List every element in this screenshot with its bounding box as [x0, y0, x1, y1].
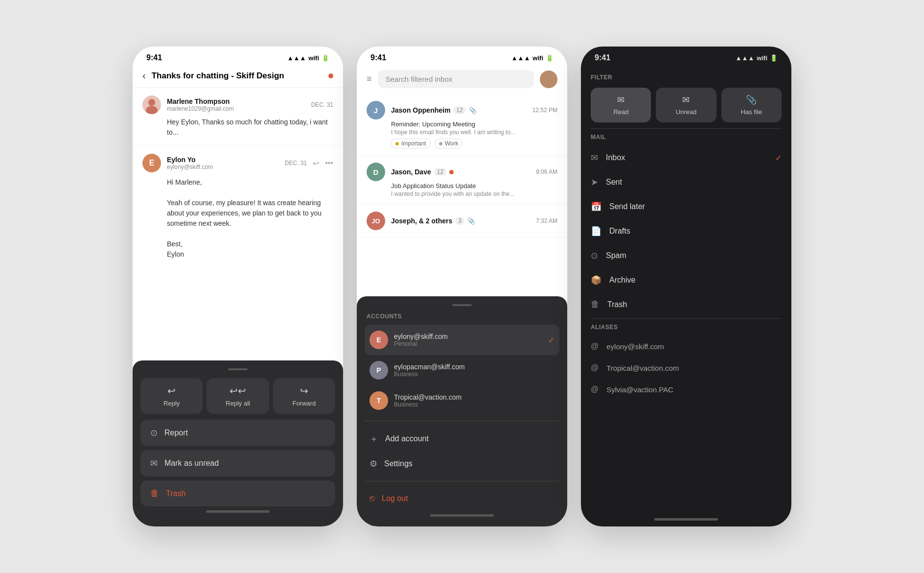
email-meta-marlene: Marlene Thompson marlene1029@gmail.com — [167, 97, 305, 112]
filter-read-button[interactable]: ✉ Read — [591, 88, 651, 122]
logout-button[interactable]: ⎋ Log out — [365, 486, 559, 510]
search-box[interactable]: Search filtered inbox — [378, 70, 534, 88]
inbox-item-joseph[interactable]: JO Joseph, & 2 others 3 📎 7:32 AM — [357, 205, 567, 238]
account-email-eylopacman: eylopacman@skiff.com — [394, 363, 554, 371]
preview-jason-dave: I wanted to provide you with an update o… — [391, 191, 557, 197]
report-button[interactable]: ⊙ Report — [140, 420, 335, 446]
reply-all-button[interactable]: ↩↩ Reply all — [207, 378, 269, 414]
time-joseph: 7:32 AM — [536, 217, 557, 224]
alias-icon-3: @ — [591, 385, 599, 394]
forward-button[interactable]: ↪ Forward — [273, 378, 335, 414]
sender-joseph: Joseph, & 2 others — [391, 217, 452, 225]
forward-icon: ↪ — [300, 385, 308, 397]
sender-email-eylon: eylony@skiff.com — [167, 164, 213, 170]
sender-jason-dave: Jason, Dave — [391, 168, 431, 176]
signal-icon-2: ▲▲▲ — [511, 54, 531, 62]
home-indicator-2 — [430, 514, 494, 517]
trash-icon-sidebar: 🗑 — [591, 299, 600, 310]
sidebar-content: FILTER ✉ Read ✉ Unread 📎 Has file MAIL — [581, 66, 791, 514]
mail-inbox[interactable]: ✉ Inbox ✓ — [591, 145, 782, 170]
reply-all-label: Reply all — [226, 400, 250, 407]
overlay-handle — [452, 304, 472, 306]
add-account-button[interactable]: ＋ Add account — [365, 426, 559, 452]
reply-all-icon: ↩↩ — [230, 385, 246, 397]
overlay-divider-2 — [365, 481, 559, 481]
sheet-handle — [228, 368, 248, 370]
sender-name-eylon: Eylon Yo — [167, 156, 213, 164]
filter-buttons: ✉ Read ✉ Unread 📎 Has file — [591, 88, 782, 122]
avatar-jason-dave: D — [367, 163, 385, 181]
info-jason-o: Jason Oppenheim 12 📎 12:52 PM — [391, 106, 557, 114]
email-date-marlene: DEC. 31 — [311, 101, 333, 108]
report-icon: ⊙ — [150, 428, 158, 438]
home-indicator-3 — [654, 518, 718, 521]
mail-drafts[interactable]: 📄 Drafts — [591, 219, 782, 243]
trash-button[interactable]: 🗑 Trash — [140, 480, 335, 506]
archive-label: Archive — [609, 276, 782, 285]
status-bar-1: 9:41 ▲▲▲ wifi 🔋 — [133, 47, 343, 66]
mark-unread-button[interactable]: ✉ Mark as unread — [140, 450, 335, 477]
reply-icon[interactable]: ↩ — [313, 159, 319, 168]
wifi-icon-3: wifi — [757, 54, 767, 62]
check-icon-eylony: ✓ — [548, 335, 554, 345]
drafts-icon: 📄 — [591, 226, 601, 237]
back-button[interactable]: ‹ — [142, 70, 146, 81]
add-account-label: Add account — [385, 434, 429, 443]
filter-unread-button[interactable]: ✉ Unread — [656, 88, 716, 122]
drafts-label: Drafts — [609, 227, 782, 236]
add-icon: ＋ — [370, 433, 378, 445]
filter-section: FILTER ✉ Read ✉ Unread 📎 Has file — [581, 66, 791, 128]
more-icon[interactable]: ••• — [325, 159, 333, 167]
status-bar-2: 9:41 ▲▲▲ wifi 🔋 — [357, 47, 567, 66]
menu-icon[interactable]: ≡ — [367, 74, 372, 84]
aliases-section: ALIASES @ eylony@skiff.com @ Tropical@va… — [581, 319, 791, 402]
alias-3[interactable]: @ Sylvia@vaction.PAC — [591, 379, 782, 400]
account-eylopacman[interactable]: P eylopacman@skiff.com Business — [365, 355, 559, 385]
mail-send-later[interactable]: 📅 Send later — [591, 194, 782, 219]
reply-icon: ↩ — [167, 385, 176, 397]
alias-2[interactable]: @ Tropical@vaction.com — [591, 357, 782, 379]
home-indicator-1 — [206, 510, 270, 513]
time-jason-o: 12:52 PM — [532, 107, 557, 114]
hasfile-icon: 📎 — [746, 95, 757, 105]
account-eylony[interactable]: E eylony@skiff.com Personal ✓ — [365, 325, 559, 355]
attachment-jason-o: 📎 — [469, 107, 477, 114]
inbox-item-jason-dave[interactable]: D Jason, Dave 12 9:06 AM Job Application… — [357, 156, 567, 205]
mail-archive[interactable]: 📦 Archive — [591, 268, 782, 292]
status-time-1: 9:41 — [146, 53, 162, 62]
account-type-eylopacman: Business — [394, 371, 554, 378]
svg-point-1 — [146, 106, 158, 114]
avatar-jason-o: J — [367, 101, 385, 119]
reply-button[interactable]: ↩ Reply — [140, 378, 203, 414]
alias-label-1: eylony@skiff.com — [606, 342, 782, 351]
mail-trash[interactable]: 🗑 Trash — [591, 292, 782, 316]
tag-important: Important — [391, 139, 431, 148]
status-icons-1: ▲▲▲ wifi 🔋 — [287, 54, 329, 62]
time-jason-dave: 9:06 AM — [536, 168, 557, 175]
read-label: Read — [613, 108, 628, 116]
settings-button[interactable]: ⚙ Settings — [365, 452, 559, 476]
tag-dot-important — [395, 142, 399, 145]
phone-2: 9:41 ▲▲▲ wifi 🔋 ≡ Search filtered inbox … — [357, 47, 567, 526]
email-item-marlene: Marlene Thompson marlene1029@gmail.com D… — [133, 88, 343, 146]
send-later-icon: 📅 — [591, 201, 601, 212]
settings-label: Settings — [384, 459, 413, 468]
profile-pic[interactable] — [540, 71, 557, 88]
inbox-item-jason-o[interactable]: J Jason Oppenheim 12 📎 12:52 PM Reminder… — [357, 94, 567, 156]
search-placeholder: Search filtered inbox — [386, 75, 453, 83]
status-icons-2: ▲▲▲ wifi 🔋 — [511, 54, 554, 62]
subject-jason-dave: Job Application Status Update — [391, 182, 557, 190]
unread-label: Unread — [676, 108, 697, 116]
alias-1[interactable]: @ eylony@skiff.com — [591, 335, 782, 357]
account-tropical[interactable]: T Tropical@vaction.com Business — [365, 385, 559, 416]
info-joseph: Joseph, & 2 others 3 📎 7:32 AM — [391, 217, 557, 225]
account-info-tropical: Tropical@vaction.com Business — [394, 393, 554, 408]
inbox-header: ≡ Search filtered inbox — [357, 66, 567, 94]
unread-dot-jason-dave — [449, 170, 454, 174]
filter-hasfile-button[interactable]: 📎 Has file — [721, 88, 782, 122]
account-overlay: ACCOUNTS E eylony@skiff.com Personal ✓ P… — [357, 296, 567, 526]
alias-icon-1: @ — [591, 342, 599, 351]
mail-sent[interactable]: ➤ Sent — [591, 170, 782, 194]
avatar-account-eylony: E — [370, 331, 388, 349]
mail-spam[interactable]: ⊙ Spam — [591, 243, 782, 268]
